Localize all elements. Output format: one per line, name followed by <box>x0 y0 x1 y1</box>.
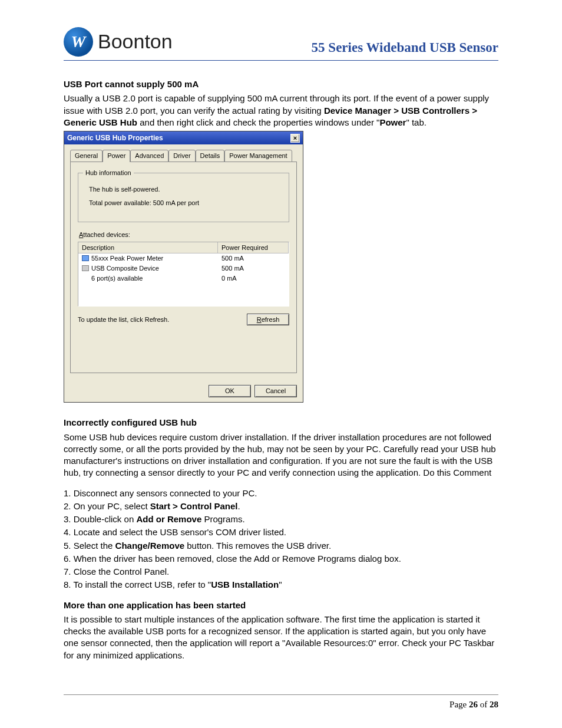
row2-desc: 6 port(s) available <box>91 275 143 282</box>
brand-logo: W Boonton <box>64 27 173 57</box>
row1-desc: USB Composite Device <box>91 265 159 272</box>
step-2: 2. On your PC, select Start > Control Pa… <box>64 500 498 512</box>
attached-devices-label: Attached devices: <box>79 230 289 239</box>
section1-bold-power: Power <box>379 117 406 127</box>
section1-text-c: " tab. <box>406 117 427 127</box>
tab-advanced[interactable]: Advanced <box>130 150 168 162</box>
list-header: Description Power Required <box>78 242 289 254</box>
step-6: 6. When the driver has been removed, clo… <box>64 553 498 565</box>
tab-driver[interactable]: Driver <box>168 150 195 162</box>
tab-power[interactable]: Power <box>103 150 130 162</box>
attached-label-rest: ttached devices: <box>83 231 130 238</box>
device-icon <box>82 255 89 261</box>
dialog-title: Generic USB Hub Properties <box>67 133 163 143</box>
section2-heading: Incorrectly configured USB hub <box>64 417 197 427</box>
cancel-button[interactable]: Cancel <box>254 385 297 397</box>
footer-current-page: 26 <box>469 700 478 709</box>
refresh-key: R <box>257 316 262 323</box>
hub-total-power-text: Total power available: 500 mA per port <box>89 199 282 207</box>
hub-self-powered-text: The hub is self-powered. <box>89 185 282 194</box>
document-title: 55 Series Wideband USB Sensor <box>312 38 498 57</box>
step-3: 3. Double-click on Add or Remove Program… <box>64 513 498 525</box>
row1-power: 500 mA <box>218 263 289 274</box>
device-icon <box>82 265 89 271</box>
tab-general[interactable]: General <box>70 150 103 162</box>
hub-information-group: Hub information The hub is self-powered.… <box>78 173 289 222</box>
step-4: 4. Locate and select the USB sensor's CO… <box>64 526 498 538</box>
step-5: 5. Select the Change/Remove button. This… <box>64 540 498 552</box>
row0-power: 500 mA <box>218 253 289 263</box>
dialog-titlebar: Generic USB Hub Properties × <box>64 131 303 144</box>
section3-paragraph: It is possible to start multiple instanc… <box>64 614 498 661</box>
ok-button[interactable]: OK <box>209 385 251 397</box>
footer-mid: of <box>478 700 490 709</box>
step-1: 1. Disconnect any sensors connected to y… <box>64 487 498 499</box>
section2-paragraph: Some USB hub devices require custom driv… <box>64 431 498 479</box>
footer-total-pages: 28 <box>490 700 498 709</box>
footer-prefix: Page <box>449 700 469 709</box>
group-legend: Hub information <box>83 169 134 177</box>
tab-details[interactable]: Details <box>196 150 225 162</box>
row2-power: 0 mA <box>218 274 289 284</box>
usb-hub-properties-dialog: Generic USB Hub Properties × General Pow… <box>64 131 303 403</box>
step-8: 8. To install the correct USB, refer to … <box>64 579 498 591</box>
col-description: Description <box>78 242 218 253</box>
page-footer: Page 26 of 28 <box>64 694 498 710</box>
section1-paragraph: Usually a USB 2.0 port is capable of sup… <box>64 93 498 129</box>
list-item[interactable]: 55xxx Peak Power Meter 500 mA <box>78 253 289 263</box>
attached-devices-list[interactable]: Description Power Required 55xxx Peak Po… <box>78 242 289 307</box>
close-button[interactable]: × <box>290 134 300 143</box>
tab-pane-power: Hub information The hub is self-powered.… <box>70 162 297 373</box>
row0-desc: 55xxx Peak Power Meter <box>91 255 163 262</box>
steps-list: 1. Disconnect any sensors connected to y… <box>64 487 498 591</box>
list-item[interactable]: 6 port(s) available 0 mA <box>78 274 289 284</box>
tab-power-management[interactable]: Power Management <box>224 150 292 162</box>
logo-mark-icon: W <box>64 27 93 57</box>
refresh-button[interactable]: Refresh <box>247 314 289 326</box>
refresh-rest: efresh <box>262 316 280 323</box>
col-power-required: Power Required <box>218 242 289 253</box>
step-7: 7. Close the Control Panel. <box>64 566 498 578</box>
refresh-hint: To update the list, click Refresh. <box>78 315 169 324</box>
logo-text: Boonton <box>98 28 173 55</box>
list-item[interactable]: USB Composite Device 500 mA <box>78 263 289 274</box>
section1-heading: USB Port cannot supply 500 mA <box>64 79 199 89</box>
dialog-tabs: General Power Advanced Driver Details Po… <box>70 150 297 162</box>
section3-heading: More than one application has been start… <box>64 600 246 610</box>
page-header: W Boonton 55 Series Wideband USB Sensor <box>64 27 498 61</box>
section1-text-b: and then right click and check the prope… <box>137 117 379 127</box>
